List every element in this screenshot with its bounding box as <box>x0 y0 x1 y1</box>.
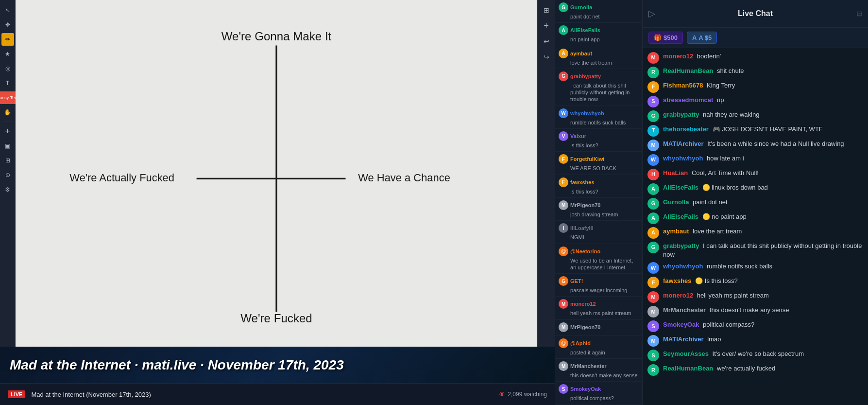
rumble-message-text: We used to be an Internet, an uppercase … <box>559 257 638 271</box>
chat-message-text: nah they are waking <box>703 111 759 118</box>
chat-avatar: M <box>647 335 659 347</box>
chat-content: AllElseFails 🟡 no paint app <box>663 212 863 221</box>
text-tool[interactable]: T <box>1 77 14 89</box>
chat-message: M monero12 hell yeah ms paint stream <box>647 291 863 303</box>
rumble-username: Gurnolla <box>570 4 592 10</box>
chat-username: stressedmomcat <box>663 96 713 104</box>
chat-avatar: H <box>647 169 659 180</box>
chat-username: RealHumanBean <box>663 365 713 372</box>
chat-content: MATIArchiver It's been a while since we … <box>663 140 863 148</box>
chat-username: fawxshes <box>663 277 692 284</box>
chat-content: AllElseFails 🟡 linux bros down bad <box>663 183 863 192</box>
gift-500-button[interactable]: 🎁 $500 <box>648 32 683 44</box>
chat-avatar: T <box>647 125 659 137</box>
chat-message: G grabbypatty I can talk about this shit… <box>647 242 863 259</box>
rumble-list-item: W whyohwhyoh rumble notifs suck balls <box>555 106 642 129</box>
undo-btn[interactable]: ↩ <box>540 35 553 48</box>
chat-message: F Fishman5678 King Terry <box>647 81 863 93</box>
chat-message-text: rip <box>717 96 724 104</box>
chat-avatar: S <box>647 350 659 361</box>
chat-settings-icon[interactable]: ⊟ <box>856 10 862 18</box>
rumble-avatar: @ <box>559 338 568 348</box>
viewer-count: 👁 2,099 watching <box>498 390 547 398</box>
chat-content: aymbaut love the art tream <box>663 227 863 236</box>
chat-content: HuaLian Cool, Art Time with Null! <box>663 169 863 177</box>
rumble-avatar: F <box>559 154 568 164</box>
move-tool[interactable]: ✥ <box>1 18 14 31</box>
rumble-message-text: Is this loss? <box>559 188 638 195</box>
chat-avatar: G <box>647 242 659 253</box>
chat-content: whyohwhyoh rumble notifs suck balls <box>663 262 863 271</box>
rumble-avatar: W <box>559 108 568 118</box>
star-tool[interactable]: ★ <box>1 48 14 60</box>
chat-username: MATIArchiver <box>663 140 704 147</box>
chat-username: SmokeyOak <box>663 321 699 328</box>
rumble-list-item: @ @Aphid posted it again <box>555 336 642 359</box>
chat-back-icon[interactable]: ▷ <box>648 8 655 19</box>
rumble-list-item: M MrPigeon70 josh drawing stream <box>555 198 642 221</box>
add-tool[interactable]: + <box>1 125 14 138</box>
chat-username: MATIArchiver <box>663 335 704 343</box>
chat-username: monero12 <box>663 292 693 299</box>
zoom-in-btn[interactable]: + <box>540 19 553 32</box>
hand-tool[interactable]: ✋ <box>1 106 14 119</box>
chat-avatar: W <box>647 262 659 274</box>
rumble-list-item: A AllElseFails no paint app <box>555 23 642 46</box>
chat-message: M monero12 booferin' <box>647 52 863 64</box>
label-top: We're Gonna Make It <box>221 30 332 43</box>
square-tool[interactable]: ▣ <box>1 140 14 152</box>
rumble-list-item: G Gurnolla paint dot net <box>555 0 642 23</box>
rumble-message-text: Is this loss? <box>559 142 638 149</box>
chat-message-text: we're actually fucked <box>717 365 775 372</box>
gift-5-button[interactable]: A A $5 <box>687 32 717 44</box>
rumble-list-item: @ @Neetorino We used to be an Internet, … <box>555 244 642 274</box>
chat-message: H HuaLian Cool, Art Time with Null! <box>647 169 863 180</box>
rumble-username: monero12 <box>570 301 596 307</box>
circle-tool[interactable]: ◎ <box>1 62 14 75</box>
chat-message-text: this doesn't make any sense <box>710 306 789 314</box>
rumble-username: IllLoafyIll <box>570 225 594 231</box>
live-badge: LIVE <box>8 390 25 398</box>
chat-message: M MrManchester this doesn't make any sen… <box>647 306 863 317</box>
chat-message: T thehorsebeater 🎮 JOSH DOESN'T HAVE PAI… <box>647 125 863 137</box>
rumble-list-item: F fawxshes Is this loss? <box>555 175 642 198</box>
live-chat-panel: ▷ Live Chat ⊟ 🎁 $500 A A $5 M monero12 b… <box>642 0 868 405</box>
chat-message-text: 🎮 JOSH DOESN'T HAVE PAINT, WTF <box>713 125 823 133</box>
pencil-tool[interactable]: ✏ <box>1 33 14 46</box>
chat-username: Gurnolla <box>663 198 689 206</box>
select-tool[interactable]: ↖ <box>1 4 14 17</box>
chat-message-text: Cool, Art Time with Null! <box>692 169 759 176</box>
rumble-message-text: this doesn't make any sense <box>559 372 638 379</box>
layers-btn[interactable]: ⊞ <box>540 4 553 17</box>
drawing-canvas[interactable]: We're Gonna Make It We're Actually Fucke… <box>16 0 537 347</box>
rumble-avatar: I <box>559 223 568 233</box>
share-tool[interactable]: ⊙ <box>1 169 14 181</box>
rumble-avatar: V <box>559 131 568 141</box>
rumble-list-item: S SmokeyOak political compass? <box>555 382 642 405</box>
chat-message-text: 🟡 no paint app <box>702 213 747 220</box>
rumble-message-text: WE ARE SO BACK <box>559 165 638 172</box>
chat-message-text: how late am i <box>707 155 744 162</box>
gift-buttons: 🎁 $500 A A $5 <box>643 28 868 48</box>
chat-message-text: shit chute <box>717 67 744 74</box>
chat-avatar: A <box>647 212 659 224</box>
rumble-username: @Aphid <box>570 340 591 346</box>
layers-tool[interactable]: ⊞ <box>1 154 14 167</box>
chat-message-text: booferin' <box>697 53 721 60</box>
chat-message-text: 🟡 Is this loss? <box>695 277 738 284</box>
redo-btn[interactable]: ↪ <box>540 51 553 63</box>
rumble-avatar: M <box>559 322 568 332</box>
rumble-list-item: M MrManchester this doesn't make any sen… <box>555 359 642 382</box>
left-toolbar: ↖ ✥ ✏ ★ ◎ T Fancy Text ✋ + ▣ ⊞ ⊙ ⚙ <box>0 0 16 347</box>
gift-500-label: $500 <box>664 34 678 41</box>
rumble-avatar: M <box>559 200 568 210</box>
chat-content: SmokeyOak political compass? <box>663 320 863 329</box>
chat-username: aymbaut <box>663 228 689 235</box>
chat-message-text: lmao <box>707 335 721 343</box>
settings-tool[interactable]: ⚙ <box>1 183 14 196</box>
rumble-avatar: M <box>559 361 568 371</box>
chat-message: R RealHumanBean shit chute <box>647 67 863 78</box>
rumble-list-item: G GET! pascals wager incoming <box>555 274 642 297</box>
chat-message: G grabbypatty nah they are waking <box>647 110 863 122</box>
chat-messages: M monero12 booferin' R RealHumanBean shi… <box>643 48 868 405</box>
